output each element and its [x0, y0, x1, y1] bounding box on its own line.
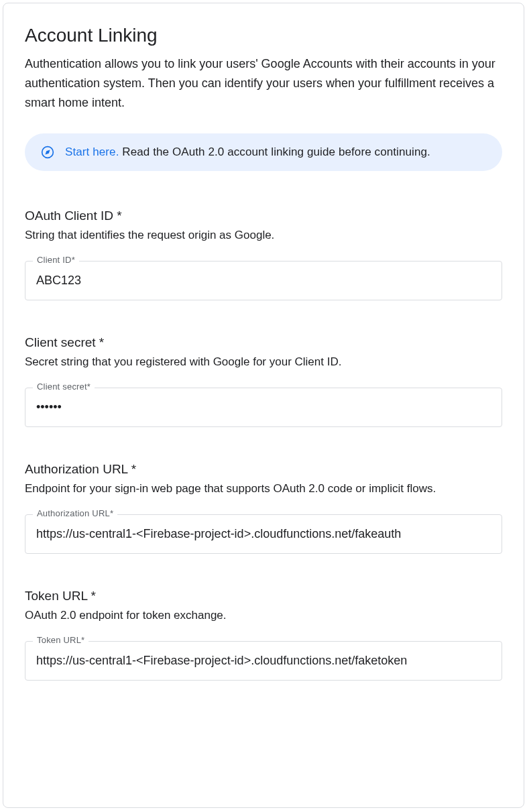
- input-wrapper: Authorization URL*: [25, 514, 502, 554]
- banner-rest: Read the OAuth 2.0 account linking guide…: [119, 146, 430, 158]
- input-label: Token URL*: [33, 635, 89, 645]
- start-here-banner: Start here. Read the OAuth 2.0 account l…: [25, 133, 502, 171]
- client-secret-group: Client secret * Secret string that you r…: [25, 335, 502, 427]
- input-wrapper: Token URL*: [25, 641, 502, 681]
- explore-icon: [41, 146, 54, 159]
- account-linking-card: Account Linking Authentication allows yo…: [3, 3, 524, 808]
- client-id-input[interactable]: [25, 261, 502, 300]
- field-help: Endpoint for your sign-in web page that …: [25, 482, 502, 496]
- authorization-url-group: Authorization URL * Endpoint for your si…: [25, 462, 502, 554]
- oauth-client-id-group: OAuth Client ID * String that identifies…: [25, 209, 502, 300]
- page-title: Account Linking: [25, 25, 502, 46]
- token-url-input[interactable]: [25, 641, 502, 681]
- client-secret-input[interactable]: [25, 388, 502, 427]
- field-help: Secret string that you registered with G…: [25, 355, 502, 369]
- input-label: Client ID*: [33, 255, 79, 265]
- start-here-link[interactable]: Start here.: [65, 146, 119, 158]
- token-url-group: Token URL * OAuth 2.0 endpoint for token…: [25, 589, 502, 681]
- field-help: String that identifies the request origi…: [25, 229, 502, 242]
- field-title: Token URL *: [25, 589, 502, 603]
- field-title: Authorization URL *: [25, 462, 502, 477]
- input-label: Client secret*: [33, 382, 95, 392]
- page-description: Authentication allows you to link your u…: [25, 54, 502, 112]
- field-help: OAuth 2.0 endpoint for token exchange.: [25, 609, 502, 622]
- field-title: OAuth Client ID *: [25, 209, 502, 223]
- input-label: Authorization URL*: [33, 508, 117, 518]
- field-title: Client secret *: [25, 335, 502, 350]
- input-wrapper: Client secret*: [25, 388, 502, 427]
- svg-marker-1: [45, 150, 50, 155]
- banner-text: Start here. Read the OAuth 2.0 account l…: [65, 146, 430, 159]
- authorization-url-input[interactable]: [25, 514, 502, 554]
- input-wrapper: Client ID*: [25, 261, 502, 300]
